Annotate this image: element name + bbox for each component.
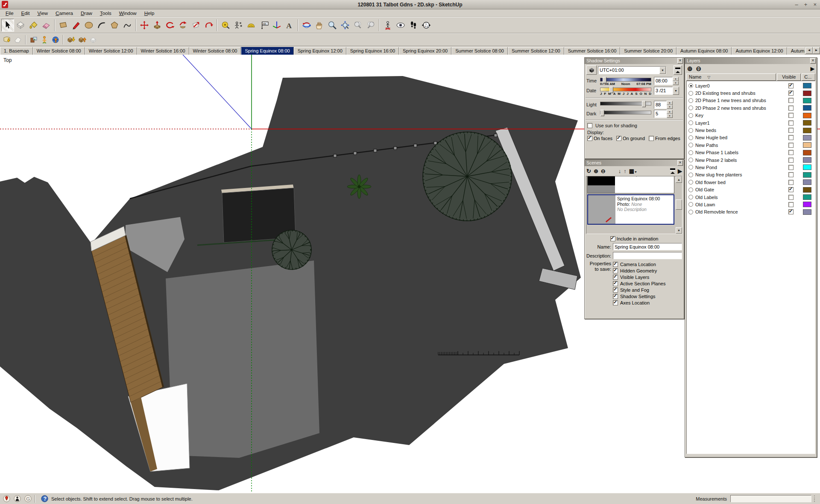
layer-color-chip[interactable]	[803, 91, 811, 96]
tool-3d-text[interactable]	[283, 19, 296, 32]
tool-polygon[interactable]	[108, 19, 121, 32]
menu-help[interactable]: Help	[141, 10, 158, 16]
layer-radio[interactable]	[688, 150, 693, 155]
shadow-details-toggle-button[interactable]	[674, 65, 682, 75]
layer-row[interactable]: New Hugle bed	[687, 134, 815, 141]
tool-preview-in-google-earth[interactable]	[50, 34, 61, 45]
tool-push-pull[interactable]	[151, 19, 164, 32]
scrollbar-thumb[interactable]	[676, 199, 682, 210]
layer-color-chip[interactable]	[803, 120, 811, 126]
scene-tab[interactable]: Autumn Equinox 08:00	[676, 47, 732, 55]
layer-visible-checkbox[interactable]: ✓	[788, 187, 794, 192]
time-spinner[interactable]: ▲▼	[673, 77, 679, 85]
layer-radio[interactable]	[688, 91, 693, 96]
layers-title[interactable]: Layers ×	[685, 58, 817, 64]
tool-get-current-view[interactable]	[1, 34, 12, 45]
layer-visible-checkbox[interactable]	[788, 98, 794, 103]
layer-radio[interactable]	[688, 188, 693, 192]
layer-radio[interactable]	[688, 165, 693, 170]
layer-row[interactable]: 2D Phase 1 new trees and shrubs	[687, 97, 815, 104]
layer-radio[interactable]	[688, 143, 693, 147]
layer-color-chip[interactable]	[803, 113, 811, 118]
scene-tab[interactable]: Summer Solstice 08:00	[451, 47, 508, 55]
tool-freehand[interactable]	[121, 19, 134, 32]
menu-draw[interactable]: Draw	[77, 10, 96, 16]
chevron-down-icon[interactable]: ▼	[659, 67, 666, 74]
layer-color-chip[interactable]	[803, 98, 811, 103]
light-value-field[interactable]: 88	[654, 101, 667, 109]
tool-look-around[interactable]	[394, 19, 407, 32]
layer-color-chip[interactable]	[803, 128, 811, 133]
help-icon[interactable]	[41, 495, 49, 503]
layer-color-chip[interactable]	[803, 164, 811, 170]
dark-slider[interactable]	[600, 111, 651, 114]
scroll-down-icon[interactable]: ▼	[676, 227, 682, 234]
tool-rectangle[interactable]	[57, 19, 70, 32]
scene-tab[interactable]: Winter Solstice 16:00	[137, 47, 189, 55]
layer-visible-checkbox[interactable]	[788, 128, 794, 133]
layer-visible-checkbox[interactable]: ✓	[788, 83, 794, 88]
layer-color-chip[interactable]	[803, 157, 811, 163]
layer-visible-checkbox[interactable]	[788, 113, 794, 118]
visible-column-header[interactable]: Visible	[777, 73, 801, 81]
layer-row[interactable]: Key	[687, 112, 815, 119]
layer-row[interactable]: Old Lawn	[687, 201, 815, 208]
dark-value-field[interactable]: 5	[654, 110, 667, 118]
time-slider[interactable]	[600, 78, 651, 82]
tool-zoom-next[interactable]	[364, 19, 377, 32]
layer-radio[interactable]	[688, 135, 693, 140]
credits-icon[interactable]	[13, 495, 21, 503]
menu-edit[interactable]: Edit	[18, 10, 34, 16]
layer-visible-checkbox[interactable]	[788, 105, 794, 111]
layer-radio[interactable]	[688, 180, 693, 185]
scene-tab[interactable]: Autumn Equinox 16:00	[787, 47, 805, 55]
menu-view[interactable]: View	[33, 10, 52, 16]
close-icon[interactable]: ×	[810, 58, 816, 64]
tool-zoom[interactable]	[326, 19, 339, 32]
tool-offset[interactable]	[202, 19, 215, 32]
tool-section-plane[interactable]	[420, 19, 433, 32]
tool-arc[interactable]	[95, 19, 108, 32]
property-checkbox[interactable]: ✓	[613, 275, 618, 280]
move-scene-down-button[interactable]: ↓	[618, 168, 621, 174]
layer-color-chip[interactable]	[803, 179, 811, 185]
tool-pan[interactable]	[313, 19, 326, 32]
dark-spinner[interactable]: ▲▼	[667, 110, 673, 118]
layer-visible-checkbox[interactable]	[788, 172, 794, 177]
close-button[interactable]: ×	[813, 0, 817, 9]
tool-move[interactable]	[138, 19, 151, 32]
scene-tab[interactable]: Spring Equinox 16:00	[346, 47, 399, 55]
layer-row[interactable]: 2D Existing trees and shrubs✓	[687, 89, 815, 97]
scene-tab[interactable]: Winter Solstice 08:00	[33, 47, 85, 55]
layer-radio[interactable]	[688, 98, 693, 103]
scene-tab[interactable]: 1. Basemap	[0, 47, 33, 55]
property-checkbox[interactable]: ✓	[613, 300, 618, 305]
tool-walk[interactable]	[407, 19, 420, 32]
remove-scene-button[interactable]: ⊖	[601, 168, 606, 174]
layer-color-chip[interactable]	[803, 202, 811, 207]
date-slider-thumb[interactable]	[609, 87, 613, 93]
update-scene-button[interactable]: ↻	[586, 168, 591, 174]
layer-color-chip[interactable]	[803, 172, 811, 178]
add-scene-button[interactable]: ⊕	[594, 168, 598, 174]
close-icon[interactable]: ×	[677, 160, 683, 166]
scene-item[interactable]: Spring Equinox 08:00Photo: NoneNo Descri…	[587, 194, 674, 225]
tool-make-component[interactable]	[14, 19, 27, 32]
display-option-checkbox[interactable]	[649, 136, 654, 141]
scene-name-input[interactable]	[613, 243, 682, 250]
menu-camera[interactable]: Camera	[52, 10, 77, 16]
geolocation-icon[interactable]	[3, 495, 11, 503]
timezone-select[interactable]: UTC+01:00 ▼	[598, 66, 666, 74]
layer-radio[interactable]	[688, 202, 693, 207]
scene-tab[interactable]: Summer Solstice 20:00	[620, 47, 676, 55]
name-column-header[interactable]: Name▽	[686, 73, 776, 81]
layer-row[interactable]: New Pond	[687, 164, 815, 171]
tool-text[interactable]	[258, 19, 270, 32]
layer-row[interactable]: Old Labels	[687, 193, 815, 201]
scene-tab[interactable]: Spring Equinox 12:00	[294, 47, 346, 55]
tabs-scroll-left-button[interactable]: ◄	[805, 47, 813, 54]
scene-tab[interactable]: Summer Solstice 12:00	[508, 47, 564, 55]
layer-radio[interactable]	[688, 120, 693, 125]
layer-color-chip[interactable]	[803, 105, 811, 111]
layer-radio[interactable]	[688, 105, 693, 110]
